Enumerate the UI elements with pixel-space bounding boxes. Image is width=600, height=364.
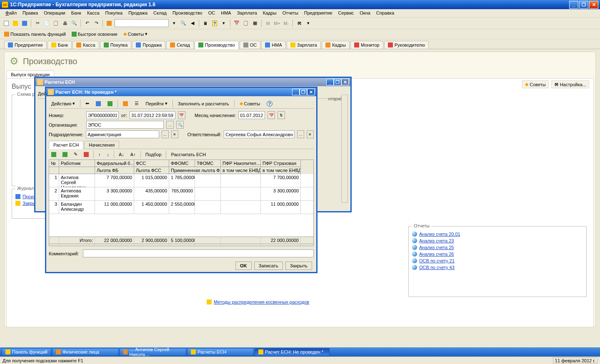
- col-pfr-nak[interactable]: ПФР Накопител…: [221, 160, 261, 167]
- input-month[interactable]: [238, 111, 265, 119]
- tools-icon[interactable]: 🛠: [295, 20, 303, 27]
- menu-bank[interactable]: Банк: [68, 9, 84, 17]
- menu-operations[interactable]: Операции: [41, 9, 68, 17]
- grid-up-icon[interactable]: ↑: [96, 151, 103, 158]
- minimize-button[interactable]: _: [569, 1, 578, 9]
- dept-select-icon[interactable]: …: [162, 130, 169, 138]
- table-row[interactable]: 3Баландин Александр11 000,000001 450,000…: [49, 201, 313, 214]
- menu-reports[interactable]: Отчеты: [280, 9, 301, 17]
- dlg-post-icon[interactable]: [105, 100, 115, 107]
- table-row[interactable]: 1Антипов Сергей Николаевич7 700,000001 0…: [49, 174, 313, 187]
- journal-icon[interactable]: [105, 20, 113, 27]
- dlg-advice-button[interactable]: ◆Советы: [237, 100, 262, 107]
- quick-learn-button[interactable]: Быстрое освоение: [70, 31, 119, 37]
- dropdown2-icon[interactable]: ▾: [305, 20, 312, 27]
- input-comment[interactable]: [83, 249, 314, 257]
- input-date[interactable]: [130, 111, 175, 119]
- tab-nma[interactable]: НМА: [261, 41, 285, 49]
- methods-link[interactable]: Методы распределения косвенных расходов: [207, 299, 309, 304]
- input-number[interactable]: [86, 111, 119, 119]
- menu-cash[interactable]: Касса: [84, 9, 102, 17]
- dlg-refresh-icon[interactable]: [93, 100, 103, 107]
- subtab-calc[interactable]: Расчет ЕСН: [49, 141, 83, 149]
- table-row[interactable]: 2Антипова Евдокия3 300,00000435,00000765…: [49, 187, 313, 201]
- grid-copy-icon[interactable]: [60, 151, 70, 158]
- new-icon[interactable]: [2, 20, 10, 27]
- find-prev-icon[interactable]: ◀: [189, 20, 196, 27]
- col-envd[interactable]: в том числе ЕНВД: [261, 167, 301, 174]
- dlg-fill-button[interactable]: Заполнить и рассчитать: [175, 100, 232, 107]
- report-link-6[interactable]: ОСВ по счету 43: [412, 265, 583, 270]
- dropdown-icon[interactable]: ▾: [220, 20, 228, 27]
- menu-personnel[interactable]: Кадры: [260, 9, 280, 17]
- tab-manager[interactable]: Руководителю: [384, 41, 429, 49]
- task-antipov[interactable]: … Антипов Сергей Никола…: [120, 348, 186, 356]
- redo-icon[interactable]: ↷: [92, 20, 100, 27]
- resp-clear-icon[interactable]: ✕: [307, 130, 314, 138]
- tab-salary[interactable]: Зарплата: [287, 41, 321, 49]
- advice-button[interactable]: ◆Советы ▾: [122, 30, 149, 37]
- task-esn-calc[interactable]: Расчет ЕСН: Не проведен *: [255, 348, 330, 356]
- grid-recalc-button[interactable]: Рассчитать ЕСН: [168, 151, 208, 158]
- menu-service[interactable]: Сервис: [335, 9, 357, 17]
- save-icon[interactable]: [21, 20, 28, 27]
- dlg-actions-button[interactable]: Действия ▾: [49, 100, 78, 107]
- org-select-icon[interactable]: …: [166, 121, 174, 129]
- tab-purchase[interactable]: Покупка: [100, 41, 132, 49]
- win-back-close[interactable]: ✕: [341, 79, 349, 85]
- resp-select-icon[interactable]: …: [297, 130, 304, 138]
- m-minus-icon[interactable]: M-: [282, 20, 290, 27]
- tab-cash[interactable]: Касса: [72, 41, 99, 49]
- cut-icon[interactable]: ✂: [34, 20, 41, 27]
- report-link-5[interactable]: ОСВ по счету 21: [412, 258, 583, 263]
- back-scrollbar[interactable]: [341, 95, 348, 203]
- grid-edit-icon[interactable]: ✎: [71, 150, 80, 158]
- search-input[interactable]: [115, 19, 169, 27]
- search-next-icon[interactable]: ▾: [170, 20, 178, 27]
- maximize-button[interactable]: ❐: [579, 1, 588, 9]
- tab-sale[interactable]: Продажа: [132, 41, 165, 49]
- month-spinner-icon[interactable]: ⇅: [278, 111, 285, 119]
- tab-enterprise[interactable]: Предприятие: [4, 41, 47, 49]
- dept-clear-icon[interactable]: ✕: [171, 130, 178, 138]
- col-fss2[interactable]: Льгота ФСС: [134, 167, 169, 174]
- col-n[interactable]: №: [49, 160, 59, 167]
- dlg-list-icon[interactable]: ☰: [132, 100, 141, 107]
- menu-enterprise[interactable]: Предприятие: [301, 9, 335, 17]
- col-fb2[interactable]: Льгота ФБ: [95, 167, 134, 174]
- grid-icon[interactable]: ▦: [251, 20, 259, 27]
- col-ffoms2[interactable]: Примененная льгота Ф…: [169, 167, 221, 174]
- close-button-dlg[interactable]: Закрыть: [285, 262, 312, 270]
- dlg-struct-icon[interactable]: [120, 100, 130, 107]
- task-panel[interactable]: Панель функций: [2, 348, 51, 356]
- menu-edit[interactable]: Правка: [20, 9, 41, 17]
- preview-icon[interactable]: 🔍: [70, 20, 78, 27]
- dlg-minimize[interactable]: _: [292, 89, 300, 95]
- menu-production[interactable]: Производство: [170, 9, 205, 17]
- col-fss[interactable]: ФСС: [134, 160, 169, 167]
- paste-icon[interactable]: 📋: [52, 20, 60, 27]
- show-panel-button[interactable]: Показать панель функций: [2, 31, 68, 37]
- grid-sort-asc-icon[interactable]: A↓: [116, 151, 127, 158]
- calendar-icon[interactable]: 📅: [233, 20, 240, 27]
- input-dept[interactable]: [86, 130, 159, 138]
- undo-icon[interactable]: ↶: [83, 20, 91, 27]
- menu-sale[interactable]: Продажа: [125, 9, 150, 17]
- advice-btn[interactable]: ◆Советы: [522, 80, 548, 88]
- report-link-1[interactable]: Анализ счета 20.01: [412, 232, 583, 237]
- menu-salary[interactable]: Зарплата: [234, 9, 260, 17]
- tab-warehouse[interactable]: Склад: [166, 41, 194, 49]
- dlg-maximize[interactable]: ❐: [300, 89, 307, 95]
- input-org[interactable]: [86, 121, 164, 129]
- tab-production[interactable]: Производство: [195, 41, 239, 49]
- win-back-minimize[interactable]: _: [326, 79, 334, 85]
- date-picker-icon[interactable]: 📅: [178, 111, 185, 119]
- list-icon[interactable]: 📋: [242, 20, 250, 27]
- dlg-help-icon[interactable]: ?: [264, 100, 275, 108]
- dlg-close[interactable]: ✕: [307, 89, 315, 95]
- settings-btn[interactable]: 🛠 Настройка...: [551, 80, 589, 88]
- task-persons[interactable]: Физические лица: [52, 348, 119, 356]
- col-ffoms[interactable]: ФФОМС: [169, 160, 195, 167]
- grid-sort-desc-icon[interactable]: A↑: [128, 151, 138, 158]
- tab-personnel[interactable]: Кадры: [322, 41, 350, 49]
